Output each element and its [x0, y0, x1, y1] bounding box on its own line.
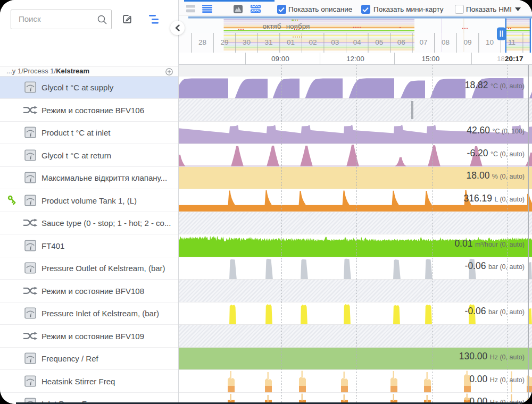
- svg-text:октяб: октяб: [263, 22, 281, 30]
- svg-text:ноября: ноября: [286, 22, 310, 30]
